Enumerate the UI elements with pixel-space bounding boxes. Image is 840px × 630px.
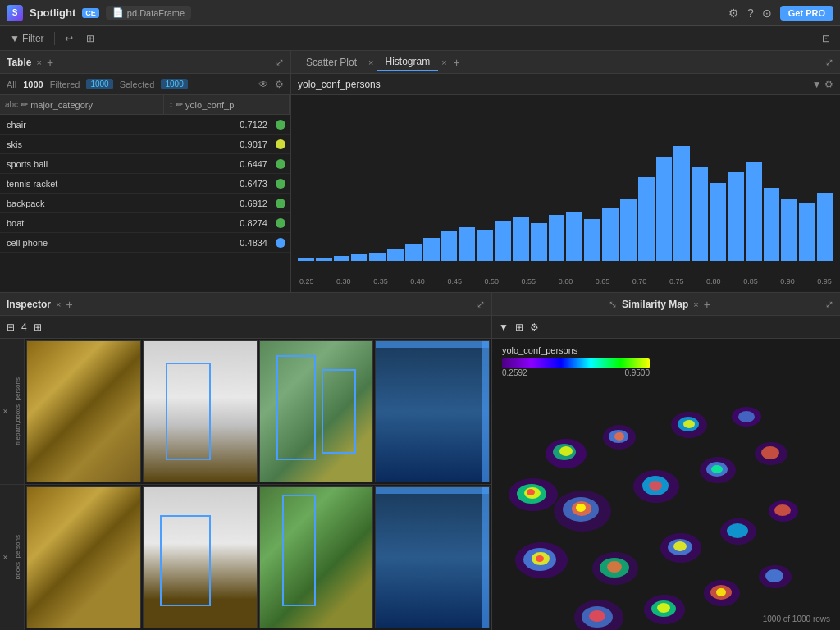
col-header-conf[interactable]: ↕ ✏ yolo_conf_p — [164, 95, 290, 114]
filtered-label: Filtered — [50, 80, 80, 89]
image-cell[interactable] — [26, 340, 141, 482]
cell-dot — [276, 179, 285, 189]
table-row[interactable]: sports ball 0.6447 — [0, 154, 290, 174]
histogram-expand-button[interactable]: ⤢ — [825, 57, 833, 68]
hist-bar[interactable] — [764, 188, 780, 261]
col-header-major[interactable]: abc ✏ major_category — [0, 95, 164, 114]
sim-zoom-icon[interactable]: ⊞ — [515, 322, 523, 333]
undo-button[interactable]: ↩ — [62, 31, 76, 46]
hist-bar[interactable] — [566, 212, 582, 261]
cell-conf-container: 0.8274 — [164, 218, 290, 228]
hist-bar[interactable] — [423, 238, 440, 261]
table-row[interactable]: boat 0.8274 — [0, 213, 290, 233]
cell-category: backpack — [0, 199, 164, 208]
settings-icon[interactable]: ⚙ — [275, 79, 284, 90]
svg-point-2 — [559, 446, 573, 456]
layout-button[interactable]: ⊡ — [819, 31, 833, 46]
table-stat-icons: 👁 ⚙ — [258, 79, 284, 90]
share-icon[interactable]: ⚙ — [728, 7, 739, 20]
table-row[interactable]: cell phone 0.4834 — [0, 233, 290, 253]
hist-bar[interactable] — [531, 223, 547, 261]
image-cell[interactable] — [375, 486, 490, 628]
sim-filter-icon[interactable]: ▼ — [499, 322, 509, 333]
hist-bar[interactable] — [405, 244, 422, 261]
image-cell[interactable] — [375, 340, 490, 482]
histogram-tab[interactable]: Histogram — [377, 53, 438, 71]
inspector-expand-button[interactable]: ⤢ — [477, 299, 485, 310]
table-row[interactable]: chair 0.7122 — [0, 115, 290, 135]
hist-bar[interactable] — [584, 219, 600, 261]
histogram-filter-icon[interactable]: ▼ ⚙ — [812, 79, 833, 90]
github-icon[interactable]: ⊙ — [762, 7, 772, 20]
cell-category: tennis racket — [0, 179, 164, 189]
hist-bar[interactable] — [316, 258, 332, 261]
selected-value: 1000 — [161, 79, 187, 89]
inspector-layout-icon[interactable]: ⊞ — [34, 322, 42, 333]
sim-close-button[interactable]: × — [693, 299, 698, 309]
hist-bar[interactable] — [602, 208, 619, 261]
sim-expand-button[interactable]: ⤢ — [825, 299, 833, 310]
image-cell[interactable] — [259, 340, 374, 482]
table-add-button[interactable]: + — [47, 56, 53, 69]
image-cell[interactable] — [143, 340, 258, 482]
get-pro-button[interactable]: Get PRO — [780, 6, 833, 21]
hist-bar[interactable] — [673, 146, 690, 261]
inspector-panel: Inspector × + ⤢ ⊟ 4 ⊞ × — [0, 293, 492, 630]
grid-button[interactable]: ⊞ — [83, 31, 98, 46]
sim-panel-header: ⤡ Similarity Map × + ⤢ — [492, 293, 840, 316]
inspector-row-group-2: × bboxs_persons — [0, 485, 491, 630]
image-cell[interactable] — [259, 486, 374, 628]
hist-bar[interactable] — [638, 177, 655, 261]
row-x-marker-1[interactable]: × — [0, 339, 11, 484]
filtered-value: 1000 — [86, 79, 112, 89]
hist-bar[interactable] — [746, 162, 762, 261]
hist-bar[interactable] — [441, 231, 458, 261]
table-row[interactable]: tennis racket 0.6473 — [0, 174, 290, 194]
row-x-marker-2[interactable]: × — [0, 485, 11, 630]
sim-expand-left-button[interactable]: ⤡ — [609, 299, 617, 310]
hist-bar[interactable] — [513, 217, 529, 261]
hist-bar[interactable] — [351, 254, 368, 261]
table-close-button[interactable]: × — [36, 57, 41, 67]
histogram-add-button[interactable]: + — [454, 56, 460, 69]
hist-bar[interactable] — [298, 258, 314, 261]
toolbar-separator — [54, 32, 55, 45]
image-cell[interactable] — [26, 486, 141, 628]
hist-bar[interactable] — [692, 167, 708, 261]
hist-bar[interactable] — [334, 256, 350, 261]
sim-add-button[interactable]: + — [704, 298, 710, 311]
inspector-close-button[interactable]: × — [56, 299, 61, 309]
colormap-labels: 0.2592 0.9500 — [502, 368, 650, 377]
colormap-field: yolo_conf_persons — [502, 345, 830, 355]
cell-conf-val: 0.6473 — [182, 179, 272, 189]
hist-bar[interactable] — [369, 253, 386, 261]
hist-bar[interactable] — [495, 221, 511, 261]
eye-icon[interactable]: 👁 — [258, 79, 268, 90]
histogram-close-button[interactable]: × — [441, 57, 446, 67]
scatter-close-button[interactable]: × — [368, 57, 373, 67]
scatter-tab[interactable]: Scatter Plot — [298, 54, 365, 71]
histogram-content: 0.250.300.350.400.450.500.550.600.650.70… — [291, 95, 840, 292]
inspector-add-button[interactable]: + — [66, 298, 72, 311]
table-row[interactable]: skis 0.9017 — [0, 135, 290, 154]
svg-point-30 — [536, 555, 544, 562]
hist-bar[interactable] — [620, 199, 637, 261]
hist-bar[interactable] — [710, 183, 726, 261]
help-icon[interactable]: ? — [747, 7, 754, 20]
hist-x-label: 0.65 — [596, 277, 610, 285]
hist-bar[interactable] — [656, 157, 673, 261]
hist-bar[interactable] — [781, 199, 797, 261]
histogram-field-name: yolo_conf_persons — [298, 79, 381, 90]
hist-bar[interactable] — [549, 215, 565, 261]
filter-button[interactable]: ▼ Filter — [7, 31, 48, 46]
hist-bar[interactable] — [459, 227, 475, 261]
hist-bar[interactable] — [477, 230, 493, 261]
hist-bar[interactable] — [817, 193, 833, 261]
hist-bar[interactable] — [387, 249, 404, 261]
table-row[interactable]: backpack 0.6912 — [0, 194, 290, 213]
hist-bar[interactable] — [728, 172, 744, 261]
sim-settings-icon[interactable]: ⚙ — [530, 322, 539, 333]
image-cell[interactable] — [143, 486, 258, 628]
hist-bar[interactable] — [799, 203, 815, 261]
table-expand-button[interactable]: ⤢ — [276, 57, 284, 68]
